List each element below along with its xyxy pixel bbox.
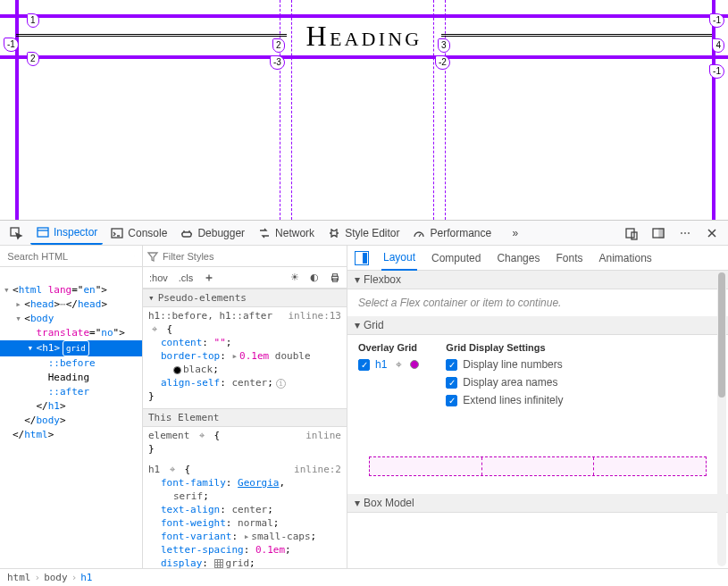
grid-line-v1 [15,0,19,220]
dom-line[interactable]: </html> [0,428,142,442]
dom-line[interactable]: Heading [0,371,142,385]
cls-button[interactable]: .cls [176,271,197,285]
grid-section-header[interactable]: ▾Grid [347,316,728,335]
rule-source[interactable]: inline:13 [288,309,341,322]
layout-tab-fonts[interactable]: Fonts [554,247,584,270]
grid-number: 3 [438,38,450,53]
rule-source[interactable]: inline:2 [294,463,341,476]
responsive-mode-button[interactable] [619,222,644,244]
rule-selector[interactable]: element [148,430,189,441]
tab-console[interactable]: Console [105,222,172,244]
grid-number: 2 [27,52,39,66]
selector-highlighter-icon[interactable]: ⌖ [148,323,161,336]
layout-tab-layout[interactable]: Layout [381,246,417,271]
sidebar-toggle-button[interactable] [355,251,369,265]
setting-area-names-checkbox[interactable]: ✓ [446,377,457,389]
boxmodel-section-header[interactable]: ▾Box Model [347,494,728,513]
setting-label: Extend lines infinitely [463,394,563,406]
layout-tab-changes[interactable]: Changes [495,247,541,270]
layout-tab-animations[interactable]: Animations [597,247,653,270]
grid-number: -3 [270,55,285,70]
grid-settings-title: Grid Display Settings [446,342,563,353]
grid-number: -1 [709,64,724,79]
rule-selector[interactable]: h1::before, h1::after [148,310,272,322]
info-icon[interactable]: i [276,379,286,389]
grid-line-v2b [291,0,292,220]
crumb-h1[interactable]: h1 [80,572,92,583]
dark-scheme-button[interactable]: ◐ [307,270,322,285]
dom-line[interactable] [0,269,142,283]
print-button[interactable] [327,271,343,285]
overlay-grid-item[interactable]: h1 [375,358,387,371]
dom-line[interactable]: </body> [0,414,142,428]
scrollbar-thumb[interactable] [718,272,725,398]
expand-icon[interactable]: ▾ [148,291,155,305]
dom-line[interactable]: ▾<html lang="en"> [0,283,142,297]
dom-line[interactable]: ▾<h1>grid [0,340,142,356]
dom-line[interactable]: ::after [0,385,142,399]
devtools-toolbar: Inspector Console Debugger Network Style… [0,220,728,246]
dom-line[interactable]: </h1> [0,399,142,414]
setting-extend-lines-checkbox[interactable]: ✓ [446,395,457,406]
page-heading: Heading [306,20,423,53]
dom-line[interactable]: ::before [0,356,142,371]
overlay-grid-checkbox[interactable]: ✓ [358,359,370,371]
rule-selector[interactable]: h1 [148,464,160,475]
dom-tree[interactable]: ▾<html lang="en"> ▸<head>⋯</head> ▾<body… [0,267,142,568]
filter-icon [146,250,159,263]
setting-line-numbers-checkbox[interactable]: ✓ [446,359,457,371]
grid-outline-preview[interactable] [369,456,707,476]
grid-line-h2 [0,55,728,59]
dom-line[interactable]: ▸<head>⋯</head> [0,297,142,312]
tab-style-editor[interactable]: Style Editor [322,222,405,244]
new-rule-button[interactable] [201,271,217,285]
this-element-header: This Element [148,411,219,424]
page-viewport: Heading 1 2 -3 3 -2 4 -1 2 -1 -1 [0,0,728,220]
overlay-grid-title: Overlay Grid [358,342,419,353]
chevron-right-icon: › [35,572,41,583]
pick-element-button[interactable] [4,222,29,244]
grid-number: -2 [435,55,450,70]
svg-rect-8 [659,229,664,238]
grid-number: 4 [712,38,724,53]
grid-icon[interactable] [214,559,223,568]
dock-button[interactable] [646,222,671,244]
tab-inspector[interactable]: Inspector [30,222,103,245]
filter-styles-input[interactable] [163,251,343,262]
rules-body[interactable]: ▾Pseudo-elements h1::before, h1::after i… [143,289,347,568]
grid-line-v4 [712,0,715,220]
more-button[interactable]: ⋯ [673,222,698,244]
breadcrumb: html › body › h1 [0,568,728,586]
rule-source[interactable]: inline [305,429,341,442]
dom-line[interactable]: translate="no"> [0,326,142,340]
svg-rect-11 [332,273,337,276]
grid-number: 1 [27,13,39,28]
dom-line[interactable]: ▾<body [0,312,142,326]
selector-highlighter-icon[interactable]: ⌖ [166,464,179,476]
tab-performance[interactable]: Performance [406,222,497,244]
flexbox-section-header[interactable]: ▾Flexbox [347,271,728,289]
light-scheme-button[interactable]: ☀ [288,270,302,285]
crumb-html[interactable]: html [7,572,31,583]
tab-debugger[interactable]: Debugger [174,222,250,244]
heading-rule-right [441,34,712,37]
grid-line-v3b [445,0,446,220]
flexbox-empty-message: Select a Flex container or item to conti… [358,297,561,309]
tab-overflow[interactable]: » [498,222,523,244]
dom-panel: ▾<html lang="en"> ▸<head>⋯</head> ▾<body… [0,246,143,568]
grid-highlighter-icon[interactable]: ⌖ [392,358,405,371]
hov-button[interactable]: :hov [146,271,171,285]
layout-panel: Layout Computed Changes Fonts Animations… [347,246,728,568]
grid-line-h1 [0,14,728,18]
grid-color-swatch[interactable] [410,360,419,369]
close-button[interactable] [699,222,724,244]
grid-number: 2 [272,38,285,53]
tab-network[interactable]: Network [252,222,320,244]
scrollbar[interactable] [717,272,726,566]
chevron-right-icon: › [71,572,78,583]
search-html-input[interactable] [7,251,130,262]
layout-tab-computed[interactable]: Computed [430,247,482,270]
svg-rect-1 [38,228,48,237]
selector-highlighter-icon[interactable]: ⌖ [196,430,208,442]
crumb-body[interactable]: body [44,572,68,583]
